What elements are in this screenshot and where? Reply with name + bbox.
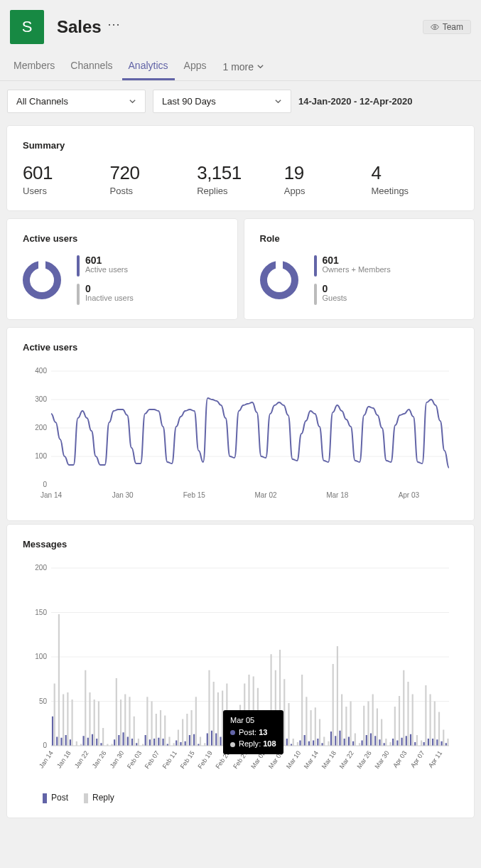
svg-rect-28 [58, 614, 60, 746]
tab-channels[interactable]: Channels [64, 55, 119, 80]
range-dropdown[interactable]: Last 90 Days [153, 90, 291, 113]
svg-rect-85 [185, 741, 186, 746]
svg-rect-69 [149, 739, 151, 746]
svg-rect-67 [145, 735, 146, 746]
svg-text:Feb 07: Feb 07 [144, 749, 161, 770]
svg-rect-32 [67, 692, 68, 746]
svg-rect-40 [85, 670, 86, 746]
svg-rect-150 [328, 741, 329, 746]
tab-apps[interactable]: Apps [178, 55, 213, 80]
svg-rect-70 [151, 702, 153, 746]
svg-text:100: 100 [35, 452, 47, 460]
svg-rect-136 [297, 742, 298, 746]
legend-post-label: Post [51, 793, 68, 803]
svg-rect-190 [416, 735, 418, 746]
svg-rect-31 [65, 735, 67, 746]
svg-rect-189 [414, 742, 416, 746]
svg-rect-81 [175, 741, 177, 746]
tab-members[interactable]: Members [7, 55, 61, 80]
active-users-card-title: Active users [23, 233, 222, 244]
svg-rect-147 [321, 743, 323, 746]
svg-rect-42 [89, 692, 90, 746]
legend-swatch-grey [314, 284, 317, 305]
svg-rect-140 [306, 697, 307, 746]
svg-text:Jan 14: Jan 14 [38, 749, 55, 769]
svg-text:Feb 15: Feb 15 [183, 491, 206, 499]
svg-rect-60 [129, 697, 130, 746]
team-title: Sales [57, 17, 102, 37]
svg-rect-158 [345, 707, 347, 746]
svg-rect-80 [173, 743, 175, 746]
tab-strip: Members Channels Analytics Apps 1 more [0, 51, 481, 81]
svg-rect-153 [335, 736, 336, 746]
tooltip-post-value: 13 [259, 728, 267, 736]
eye-icon [431, 23, 439, 31]
svg-rect-26 [54, 684, 55, 746]
chevron-down-icon [256, 63, 264, 70]
svg-rect-175 [384, 743, 385, 746]
svg-rect-184 [403, 670, 404, 746]
legend-label: Owners + Members [323, 265, 391, 274]
legend-reply-label: Reply [92, 793, 114, 803]
svg-rect-200 [438, 712, 440, 746]
svg-rect-94 [204, 743, 205, 746]
svg-rect-95 [207, 734, 208, 746]
svg-rect-172 [377, 709, 378, 746]
svg-rect-92 [200, 737, 201, 746]
svg-text:Jan 30: Jan 30 [112, 491, 134, 499]
channel-dropdown[interactable]: All Channels [7, 90, 146, 113]
tab-analytics[interactable]: Analytics [122, 55, 175, 80]
svg-text:Jan 30: Jan 30 [109, 749, 126, 769]
team-privacy-chip[interactable]: Team [423, 20, 471, 34]
svg-rect-63 [136, 743, 137, 746]
tab-more-label: 1 more [222, 61, 254, 73]
svg-rect-100 [217, 692, 219, 746]
legend-value: 601 [85, 255, 128, 265]
svg-rect-53 [114, 739, 115, 746]
svg-rect-86 [186, 714, 188, 746]
svg-rect-97 [211, 731, 212, 746]
messages-bar-chart[interactable]: 050100150200Jan 14Jan 18Jan 22Jan 26Jan … [23, 561, 456, 788]
stat-value: 3,151 [197, 162, 284, 184]
svg-rect-44 [94, 700, 95, 746]
svg-rect-139 [304, 735, 306, 746]
svg-text:Mar 02: Mar 02 [254, 491, 277, 499]
date-range-text: 14-Jan-2020 - 12-Apr-2020 [298, 96, 412, 107]
svg-rect-146 [319, 719, 320, 746]
svg-rect-148 [323, 737, 325, 746]
svg-rect-55 [118, 735, 119, 746]
svg-rect-78 [168, 737, 170, 746]
svg-rect-61 [131, 739, 133, 746]
svg-rect-161 [352, 741, 354, 746]
swatch-icon [43, 793, 47, 803]
svg-text:Apr 03: Apr 03 [391, 749, 408, 768]
svg-rect-71 [153, 739, 155, 746]
svg-rect-141 [308, 741, 310, 746]
svg-rect-88 [191, 710, 193, 746]
tooltip-reply-label: Reply [239, 739, 259, 748]
more-options-icon[interactable]: ⋯ [107, 16, 120, 32]
svg-text:400: 400 [35, 367, 47, 375]
active-users-line-chart[interactable]: 0100200300400Jan 14Jan 30Feb 15Mar 02Mar… [23, 364, 456, 506]
svg-rect-99 [215, 734, 217, 746]
svg-rect-87 [189, 735, 190, 746]
summary-title: Summary [23, 140, 458, 151]
legend-swatch-purple [77, 255, 80, 277]
svg-rect-43 [92, 734, 93, 746]
active-users-chart-card: Active users 0100200300400Jan 14Jan 30Fe… [7, 328, 474, 520]
svg-text:Jan 18: Jan 18 [55, 749, 72, 769]
legend-owners-members: 601Owners + Members [314, 255, 391, 277]
svg-rect-89 [193, 734, 195, 746]
svg-rect-167 [366, 735, 367, 746]
svg-text:Jan 22: Jan 22 [73, 749, 90, 769]
svg-rect-29 [60, 738, 62, 746]
legend-inactive: 0Inactive users [77, 284, 134, 305]
svg-rect-186 [407, 682, 409, 746]
svg-rect-182 [399, 696, 400, 746]
svg-rect-170 [372, 695, 374, 746]
svg-text:0: 0 [43, 481, 47, 488]
tab-more[interactable]: 1 more [215, 57, 271, 80]
legend-value: 0 [323, 284, 347, 294]
svg-text:Apr 03: Apr 03 [399, 491, 420, 499]
team-chip-label: Team [443, 22, 463, 32]
